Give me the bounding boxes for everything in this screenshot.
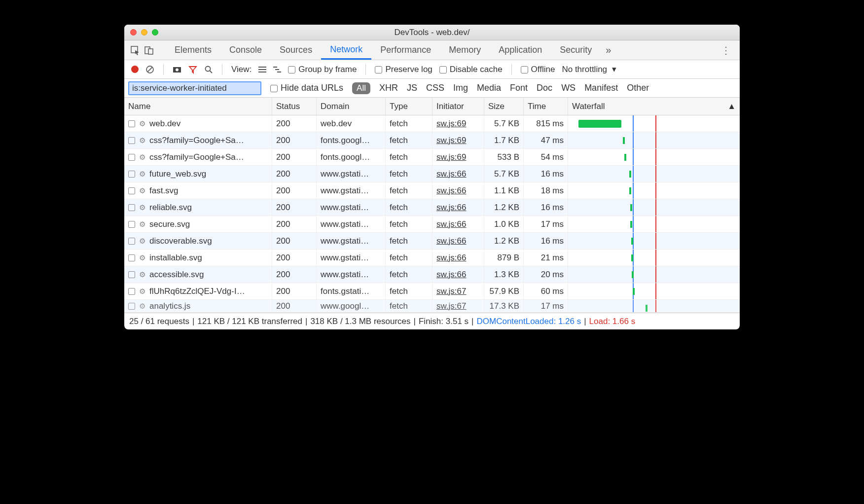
- cell-domain: www.gstati…: [317, 266, 386, 283]
- col-time[interactable]: Time: [524, 98, 568, 115]
- status-resources: 318 KB / 1.3 MB resources: [310, 317, 410, 326]
- more-tabs-button[interactable]: »: [601, 44, 616, 56]
- row-checkbox[interactable]: [128, 137, 135, 144]
- service-worker-icon: ⚙: [139, 170, 145, 179]
- table-row[interactable]: ⚙analytics.js200www.googl…fetchsw.js:671…: [124, 300, 740, 313]
- table-row[interactable]: ⚙future_web.svg200www.gstati…fetchsw.js:…: [124, 166, 740, 182]
- row-checkbox[interactable]: [128, 221, 135, 228]
- table-row[interactable]: ⚙css?family=Google+Sa…200fonts.googl…fet…: [124, 132, 740, 149]
- inspect-icon[interactable]: [128, 45, 142, 55]
- devtools-window: DevTools - web.dev/ ElementsConsoleSourc…: [124, 25, 740, 329]
- cell-size: 1.0 KB: [484, 216, 524, 232]
- cell-initiator[interactable]: sw.js:69: [432, 132, 484, 148]
- waterfall-view-icon[interactable]: [273, 66, 281, 73]
- search-icon[interactable]: [204, 65, 213, 74]
- cell-type: fetch: [386, 250, 432, 266]
- row-checkbox[interactable]: [128, 271, 135, 278]
- table-row[interactable]: ⚙discoverable.svg200www.gstati…fetchsw.j…: [124, 233, 740, 250]
- filter-type-img[interactable]: Img: [453, 83, 468, 93]
- col-waterfall[interactable]: Waterfall▲: [568, 98, 740, 115]
- row-checkbox[interactable]: [128, 120, 135, 127]
- table-row[interactable]: ⚙web.dev200web.devfetchsw.js:695.7 KB815…: [124, 115, 740, 132]
- capture-screenshot-icon[interactable]: [173, 66, 181, 73]
- table-row[interactable]: ⚙secure.svg200www.gstati…fetchsw.js:661.…: [124, 216, 740, 233]
- cell-initiator[interactable]: sw.js:66: [432, 233, 484, 249]
- tab-console[interactable]: Console: [220, 40, 271, 60]
- large-rows-icon[interactable]: [258, 66, 266, 73]
- filter-type-media[interactable]: Media: [477, 83, 501, 93]
- tab-application[interactable]: Application: [490, 40, 551, 60]
- cell-size: 879 B: [484, 250, 524, 266]
- preserve-log-checkbox[interactable]: Preserve log: [375, 65, 432, 74]
- hide-data-urls-checkbox[interactable]: Hide data URLs: [270, 83, 343, 93]
- cell-initiator[interactable]: sw.js:67: [432, 300, 484, 312]
- disable-cache-checkbox[interactable]: Disable cache: [439, 65, 503, 74]
- filter-type-css[interactable]: CSS: [426, 83, 444, 93]
- cell-initiator[interactable]: sw.js:66: [432, 199, 484, 216]
- table-row[interactable]: ⚙installable.svg200www.gstati…fetchsw.js…: [124, 250, 740, 266]
- cell-initiator[interactable]: sw.js:69: [432, 115, 484, 132]
- cell-initiator[interactable]: sw.js:69: [432, 149, 484, 165]
- filter-icon[interactable]: [188, 65, 197, 74]
- cell-initiator[interactable]: sw.js:67: [432, 283, 484, 299]
- device-toggle-icon[interactable]: [142, 45, 156, 55]
- filter-type-ws[interactable]: WS: [561, 83, 576, 93]
- row-checkbox[interactable]: [128, 204, 135, 211]
- filter-input[interactable]: [128, 81, 261, 95]
- throttling-select[interactable]: No throttling ▾: [562, 64, 616, 74]
- row-checkbox[interactable]: [128, 154, 135, 161]
- cell-status: 200: [272, 199, 317, 216]
- row-checkbox[interactable]: [128, 171, 135, 178]
- table-row[interactable]: ⚙css?family=Google+Sa…200fonts.googl…fet…: [124, 149, 740, 166]
- record-button[interactable]: [131, 66, 139, 73]
- row-checkbox[interactable]: [128, 187, 135, 194]
- tab-sources[interactable]: Sources: [271, 40, 321, 60]
- status-bar: 25 / 61 requests| 121 KB / 121 KB transf…: [124, 313, 740, 329]
- service-worker-icon: ⚙: [139, 153, 145, 162]
- cell-waterfall: [568, 166, 740, 182]
- cell-time: 18 ms: [524, 182, 568, 199]
- cell-initiator[interactable]: sw.js:66: [432, 166, 484, 182]
- filter-type-all[interactable]: All: [352, 82, 370, 94]
- col-name[interactable]: Name: [124, 98, 272, 115]
- col-type[interactable]: Type: [386, 98, 432, 115]
- row-checkbox[interactable]: [128, 254, 135, 261]
- tab-memory[interactable]: Memory: [440, 40, 490, 60]
- row-checkbox[interactable]: [128, 288, 135, 295]
- cell-status: 200: [272, 149, 317, 165]
- col-size[interactable]: Size: [484, 98, 524, 115]
- cell-status: 200: [272, 233, 317, 249]
- col-status[interactable]: Status: [272, 98, 317, 115]
- cell-initiator[interactable]: sw.js:66: [432, 266, 484, 283]
- table-row[interactable]: ⚙flUhRq6tzZclQEJ-Vdg-I…200fonts.gstati…f…: [124, 283, 740, 300]
- clear-button[interactable]: [145, 65, 154, 74]
- filter-type-xhr[interactable]: XHR: [379, 83, 398, 93]
- tab-network[interactable]: Network: [321, 40, 371, 60]
- row-checkbox[interactable]: [128, 238, 135, 245]
- filter-type-manifest[interactable]: Manifest: [584, 83, 618, 93]
- tab-security[interactable]: Security: [551, 40, 601, 60]
- cell-status: 200: [272, 283, 317, 299]
- table-row[interactable]: ⚙fast.svg200www.gstati…fetchsw.js:661.1 …: [124, 182, 740, 199]
- cell-time: 60 ms: [524, 283, 568, 299]
- cell-status: 200: [272, 182, 317, 199]
- row-checkbox[interactable]: [128, 303, 135, 310]
- filter-type-js[interactable]: JS: [407, 83, 417, 93]
- cell-domain: www.gstati…: [317, 233, 386, 249]
- settings-menu-button[interactable]: ⋮: [716, 44, 736, 56]
- cell-initiator[interactable]: sw.js:66: [432, 216, 484, 232]
- group-by-frame-checkbox[interactable]: Group by frame: [288, 65, 357, 74]
- cell-type: fetch: [386, 300, 432, 312]
- col-initiator[interactable]: Initiator: [432, 98, 484, 115]
- table-row[interactable]: ⚙accessible.svg200www.gstati…fetchsw.js:…: [124, 266, 740, 283]
- cell-initiator[interactable]: sw.js:66: [432, 250, 484, 266]
- table-row[interactable]: ⚙reliable.svg200www.gstati…fetchsw.js:66…: [124, 199, 740, 216]
- cell-initiator[interactable]: sw.js:66: [432, 182, 484, 199]
- tab-performance[interactable]: Performance: [371, 40, 440, 60]
- filter-type-doc[interactable]: Doc: [537, 83, 552, 93]
- offline-checkbox[interactable]: Offline: [521, 65, 555, 74]
- col-domain[interactable]: Domain: [317, 98, 386, 115]
- filter-type-other[interactable]: Other: [627, 83, 649, 93]
- tab-elements[interactable]: Elements: [166, 40, 220, 60]
- filter-type-font[interactable]: Font: [510, 83, 528, 93]
